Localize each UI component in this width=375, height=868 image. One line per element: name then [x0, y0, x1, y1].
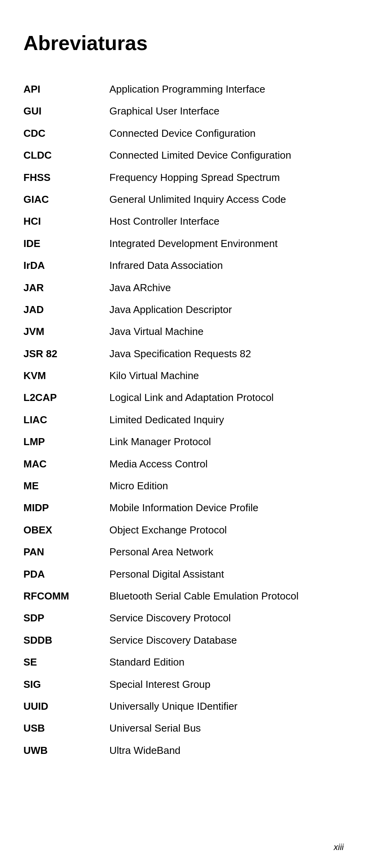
table-row: HCIHost Controller Interface: [23, 210, 344, 232]
abbreviation-term: CLDC: [23, 144, 109, 166]
table-row: IrDAInfrared Data Association: [23, 254, 344, 276]
abbreviation-term: L2CAP: [23, 387, 109, 408]
abbreviation-term: UWB: [23, 739, 109, 761]
table-row: SDPService Discovery Protocol: [23, 607, 344, 629]
table-row: GIACGeneral Unlimited Inquiry Access Cod…: [23, 188, 344, 210]
abbreviation-term: MIDP: [23, 497, 109, 519]
abbreviation-description: Ultra WideBand: [109, 739, 344, 761]
table-row: UWBUltra WideBand: [23, 739, 344, 761]
abbreviation-description: Object Exchange Protocol: [109, 519, 344, 541]
abbreviations-table: APIApplication Programming InterfaceGUIG…: [23, 78, 344, 761]
table-row: JVMJava Virtual Machine: [23, 320, 344, 342]
abbreviation-term: PAN: [23, 541, 109, 563]
abbreviation-description: Host Controller Interface: [109, 210, 344, 232]
table-row: OBEXObject Exchange Protocol: [23, 519, 344, 541]
abbreviation-term: JSR 82: [23, 343, 109, 365]
abbreviation-term: MAC: [23, 453, 109, 475]
abbreviation-description: Logical Link and Adaptation Protocol: [109, 387, 344, 408]
table-row: USBUniversal Serial Bus: [23, 717, 344, 739]
table-row: CLDCConnected Limited Device Configurati…: [23, 144, 344, 166]
abbreviation-term: IDE: [23, 233, 109, 254]
abbreviation-description: Application Programming Interface: [109, 78, 344, 100]
abbreviation-description: Media Access Control: [109, 453, 344, 475]
table-row: MEMicro Edition: [23, 475, 344, 497]
abbreviation-description: Connected Limited Device Configuration: [109, 144, 344, 166]
abbreviation-description: Service Discovery Protocol: [109, 607, 344, 629]
abbreviation-term: IrDA: [23, 254, 109, 276]
abbreviation-term: SIG: [23, 673, 109, 695]
abbreviation-description: Graphical User Interface: [109, 100, 344, 122]
table-row: L2CAPLogical Link and Adaptation Protoco…: [23, 387, 344, 408]
abbreviation-term: RFCOMM: [23, 585, 109, 607]
abbreviation-description: Frequency Hopping Spread Spectrum: [109, 166, 344, 188]
abbreviation-term: OBEX: [23, 519, 109, 541]
table-row: SEStandard Edition: [23, 651, 344, 673]
abbreviation-term: SDDB: [23, 629, 109, 651]
table-row: SIGSpecial Interest Group: [23, 673, 344, 695]
abbreviation-term: LIAC: [23, 409, 109, 431]
abbreviation-term: HCI: [23, 210, 109, 232]
abbreviation-term: JAR: [23, 277, 109, 299]
table-row: CDCConnected Device Configuration: [23, 122, 344, 144]
abbreviation-description: Java Application Descriptor: [109, 299, 344, 320]
abbreviation-term: ME: [23, 475, 109, 497]
abbreviation-description: Personal Digital Assistant: [109, 563, 344, 585]
abbreviation-description: General Unlimited Inquiry Access Code: [109, 188, 344, 210]
abbreviation-term: LMP: [23, 431, 109, 453]
abbreviation-term: FHSS: [23, 166, 109, 188]
abbreviation-description: Universal Serial Bus: [109, 717, 344, 739]
page-number: xiii: [334, 842, 344, 852]
abbreviation-term: JVM: [23, 320, 109, 342]
abbreviation-description: Java Specification Requests 82: [109, 343, 344, 365]
abbreviation-description: Personal Area Network: [109, 541, 344, 563]
abbreviation-term: KVM: [23, 365, 109, 387]
abbreviation-term: GUI: [23, 100, 109, 122]
abbreviation-description: Standard Edition: [109, 651, 344, 673]
table-row: IDEIntegrated Development Environment: [23, 233, 344, 254]
abbreviation-description: Universally Unique IDentifier: [109, 695, 344, 717]
abbreviation-term: SDP: [23, 607, 109, 629]
abbreviation-description: Limited Dedicated Inquiry: [109, 409, 344, 431]
table-row: PANPersonal Area Network: [23, 541, 344, 563]
abbreviation-description: Integrated Development Environment: [109, 233, 344, 254]
table-row: UUIDUniversally Unique IDentifier: [23, 695, 344, 717]
abbreviation-description: Micro Edition: [109, 475, 344, 497]
abbreviation-description: Service Discovery Database: [109, 629, 344, 651]
abbreviation-description: Link Manager Protocol: [109, 431, 344, 453]
table-row: LMPLink Manager Protocol: [23, 431, 344, 453]
table-row: MIDPMobile Information Device Profile: [23, 497, 344, 519]
table-row: SDDBService Discovery Database: [23, 629, 344, 651]
table-row: JADJava Application Descriptor: [23, 299, 344, 320]
table-row: RFCOMMBluetooth Serial Cable Emulation P…: [23, 585, 344, 607]
abbreviation-term: CDC: [23, 122, 109, 144]
abbreviation-term: PDA: [23, 563, 109, 585]
table-row: GUIGraphical User Interface: [23, 100, 344, 122]
abbreviation-description: Mobile Information Device Profile: [109, 497, 344, 519]
table-row: PDAPersonal Digital Assistant: [23, 563, 344, 585]
abbreviation-description: Java ARchive: [109, 277, 344, 299]
page-title: Abreviaturas: [23, 31, 344, 55]
abbreviation-description: Kilo Virtual Machine: [109, 365, 344, 387]
page-container: Abreviaturas APIApplication Programming …: [0, 0, 375, 793]
abbreviation-description: Java Virtual Machine: [109, 320, 344, 342]
abbreviation-term: GIAC: [23, 188, 109, 210]
table-row: JSR 82Java Specification Requests 82: [23, 343, 344, 365]
table-row: FHSSFrequency Hopping Spread Spectrum: [23, 166, 344, 188]
abbreviation-description: Special Interest Group: [109, 673, 344, 695]
abbreviation-description: Infrared Data Association: [109, 254, 344, 276]
abbreviation-term: API: [23, 78, 109, 100]
abbreviation-description: Bluetooth Serial Cable Emulation Protoco…: [109, 585, 344, 607]
abbreviation-description: Connected Device Configuration: [109, 122, 344, 144]
table-row: LIACLimited Dedicated Inquiry: [23, 409, 344, 431]
table-row: MACMedia Access Control: [23, 453, 344, 475]
table-row: JARJava ARchive: [23, 277, 344, 299]
table-row: APIApplication Programming Interface: [23, 78, 344, 100]
abbreviation-term: JAD: [23, 299, 109, 320]
abbreviation-term: SE: [23, 651, 109, 673]
abbreviation-term: UUID: [23, 695, 109, 717]
abbreviation-term: USB: [23, 717, 109, 739]
table-row: KVMKilo Virtual Machine: [23, 365, 344, 387]
